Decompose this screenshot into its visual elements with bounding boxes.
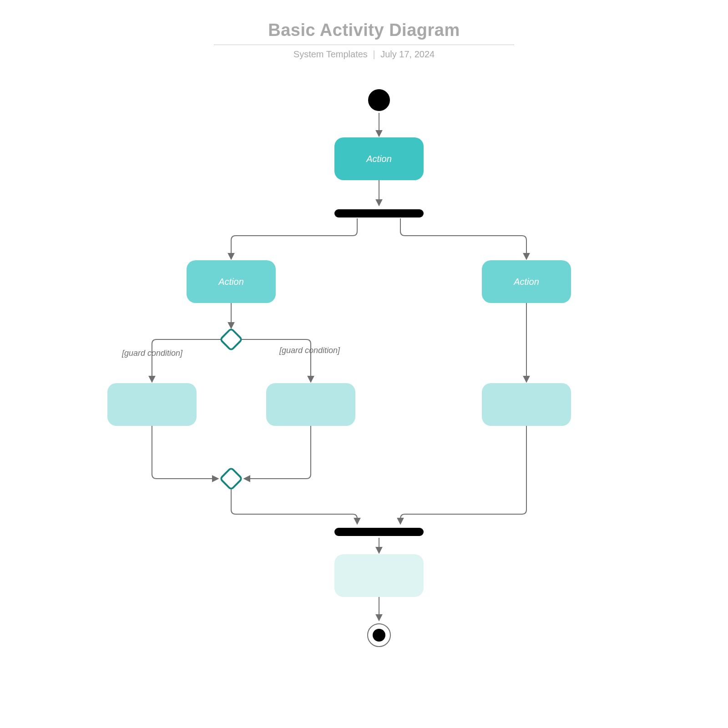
subtitle-left: System Templates — [293, 49, 368, 59]
subtitle-right: July 17, 2024 — [380, 49, 435, 59]
join-bar — [334, 528, 424, 536]
end-node-inner — [373, 629, 385, 642]
diagram-canvas: Basic Activity Diagram System Templates … — [0, 0, 728, 728]
action-light-3 — [482, 383, 571, 426]
start-node — [368, 89, 390, 111]
action-right-label: Action — [514, 277, 539, 287]
action-left: Action — [187, 260, 276, 303]
action-light-2 — [266, 383, 355, 426]
guard-right: [guard condition] — [279, 346, 340, 355]
arrows-layer — [0, 0, 728, 728]
action-left-label: Action — [218, 277, 244, 287]
title-underline — [214, 45, 514, 45]
action-pale — [334, 554, 424, 597]
diagram-title: Basic Activity Diagram — [268, 20, 460, 40]
action-light-1 — [107, 383, 197, 426]
fork-bar — [334, 209, 424, 217]
end-node — [367, 623, 391, 647]
action-right: Action — [482, 260, 571, 303]
decision-merge — [219, 466, 243, 491]
action-top: Action — [334, 137, 424, 180]
guard-left: [guard condition] — [122, 349, 182, 358]
action-top-label: Action — [366, 154, 392, 164]
diagram-subtitle: System Templates | July 17, 2024 — [293, 49, 435, 60]
subtitle-separator: | — [373, 49, 375, 59]
decision-split — [219, 327, 243, 352]
